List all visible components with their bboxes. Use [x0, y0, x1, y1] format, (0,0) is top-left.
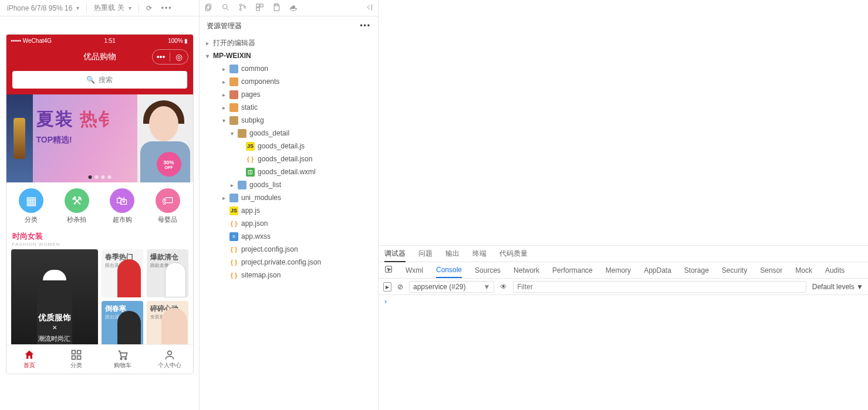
svg-rect-16 [275, 4, 278, 5]
grid-card[interactable]: 爆款清仓跟款走量 [147, 249, 188, 297]
bottom-tab[interactable]: 问题 [418, 249, 433, 259]
grid-icon: ▦ [19, 188, 43, 213]
play-icon[interactable]: ▸ [383, 282, 391, 292]
docker-icon[interactable] [289, 3, 298, 13]
battery-label: 100% ▮ [168, 38, 188, 44]
editor-area: 调试器问题输出终端代码质量 WxmlConsoleSourcesNetworkP… [379, 0, 868, 410]
devtools-tab[interactable]: Performance [552, 266, 593, 275]
tab-bar: 首页 分类 购物车 个人中心 [6, 344, 193, 374]
tree-item[interactable]: ▾subpkg [203, 114, 374, 127]
collapse-icon[interactable] [364, 3, 373, 13]
console-output[interactable]: › [379, 295, 868, 410]
editor-toolbar [200, 0, 378, 16]
tree-item[interactable]: ▸pages [203, 88, 374, 101]
extensions-icon[interactable] [255, 3, 264, 13]
phone-preview: ••••• WeChat4G 1:51 100% ▮ 优品购物 ••• ◎ 🔍 … [6, 34, 194, 374]
project-root[interactable]: ▾MP-WEIXIN [203, 49, 374, 62]
grid-card[interactable]: 春季热门搭出美时尚 [102, 249, 143, 297]
search-input[interactable]: 🔍 搜索 [12, 71, 187, 89]
context-selector[interactable]: appservice (#29)▼ [409, 281, 494, 293]
tab-category[interactable]: 分类 [53, 345, 100, 374]
banner[interactable]: 夏装 热钅 TOP精选! 30%OFF [6, 94, 193, 182]
bag-icon: 🛍 [110, 188, 134, 213]
tree-item[interactable]: ≡app.wxss [203, 230, 374, 243]
grid-card[interactable]: 碎碎心动女装新款 [147, 301, 188, 349]
devtools-tab[interactable]: Storage [684, 266, 709, 275]
clear-icon[interactable]: ⊘ [397, 283, 403, 291]
page-title: 优品购物 [83, 52, 116, 62]
bottom-tab[interactable]: 代码质量 [499, 249, 528, 259]
eye-icon[interactable]: 👁 [500, 283, 507, 291]
tree-item[interactable]: { }project.config.json [203, 243, 374, 256]
bottom-tab[interactable]: 终端 [472, 249, 487, 259]
more-icon[interactable]: ••• [159, 4, 175, 12]
devtools-tab[interactable]: Memory [606, 266, 631, 275]
tree-item[interactable]: ▸goods_list [203, 178, 374, 191]
grid-card[interactable]: 倒春寒搭出温暖 [102, 301, 143, 349]
bottom-tabs: 调试器问题输出终端代码质量 [379, 246, 868, 262]
git-icon[interactable] [238, 3, 247, 13]
search-icon[interactable] [221, 3, 230, 13]
capsule-menu-icon[interactable]: ••• [153, 52, 170, 62]
bottom-tab[interactable]: 调试器 [384, 249, 406, 262]
svg-point-10 [239, 4, 241, 6]
devtools-tabs: WxmlConsoleSourcesNetworkPerformanceMemo… [379, 262, 868, 279]
tree-item[interactable]: { }app.json [203, 217, 374, 230]
log-levels-selector[interactable]: Default levels ▼ [812, 283, 863, 291]
tree-item[interactable]: JSapp.js [203, 204, 374, 217]
tab-home[interactable]: 首页 [6, 345, 53, 374]
devtools-tab[interactable]: Network [514, 266, 539, 275]
save-icon[interactable] [272, 3, 281, 13]
tree-item[interactable]: ▸common [203, 62, 374, 75]
refresh-icon[interactable]: ⟳ [144, 4, 154, 12]
carrier-label: ••••• WeChat4G [11, 38, 52, 44]
svg-rect-15 [256, 8, 259, 11]
svg-rect-3 [77, 356, 80, 360]
tab-cart[interactable]: 购物车 [100, 345, 147, 374]
device-selector[interactable]: iPhone 6/7/8 95% 16 [5, 4, 82, 12]
tree-item[interactable]: ◫goods_detail.wxml [203, 165, 374, 178]
devtools-tab[interactable]: Audits [825, 266, 845, 275]
category-icons: ▦分类 ⚒秒杀拍 🛍超市购 🏷母婴品 [6, 182, 193, 229]
tree-item[interactable]: ▸components [203, 75, 374, 88]
devtools-panel: 调试器问题输出终端代码质量 WxmlConsoleSourcesNetworkP… [379, 246, 868, 410]
capsule[interactable]: ••• ◎ [152, 49, 188, 65]
more-icon[interactable]: ••• [360, 22, 371, 30]
tree-item[interactable]: { }project.private.config.json [203, 256, 374, 269]
open-editors-section[interactable]: ▸打开的编辑器 [203, 36, 374, 49]
tree-item[interactable]: ▸uni_modules [203, 191, 374, 204]
tree-item[interactable]: ▾goods_detail [203, 127, 374, 140]
files-icon[interactable] [204, 3, 213, 13]
cat-category[interactable]: ▦分类 [19, 188, 43, 224]
devtools-tab[interactable]: Sensor [760, 266, 782, 275]
hot-reload-toggle[interactable]: 热重载 关 [92, 3, 133, 13]
tree-item[interactable]: { }goods_detail.json [203, 153, 374, 165]
discount-badge: 30%OFF [157, 152, 181, 177]
cat-baby[interactable]: 🏷母婴品 [156, 188, 180, 224]
console-filter-input[interactable] [513, 281, 806, 293]
inspect-icon[interactable] [384, 265, 393, 275]
devtools-tab[interactable]: Security [722, 266, 747, 275]
svg-rect-8 [206, 5, 210, 11]
explorer-panel: 资源管理器 ••• ▸打开的编辑器 ▾MP-WEIXIN ▸common▸com… [200, 0, 379, 410]
svg-point-11 [239, 8, 241, 10]
devtools-tab[interactable]: Sources [475, 266, 501, 275]
devtools-tab[interactable]: Wxml [406, 266, 423, 275]
devtools-tab[interactable]: AppData [644, 266, 671, 275]
bottom-tab[interactable]: 输出 [445, 249, 460, 259]
devtools-tab[interactable]: Mock [795, 266, 812, 275]
simulator-panel: iPhone 6/7/8 95% 16 热重载 关 ⟳ ••• ••••• We… [0, 0, 200, 410]
tree-item[interactable]: { }sitemap.json [203, 269, 374, 282]
svg-point-6 [167, 351, 171, 355]
cat-flash[interactable]: ⚒秒杀拍 [65, 188, 89, 224]
search-icon: 🔍 [86, 76, 95, 84]
tab-profile[interactable]: 个人中心 [146, 345, 193, 374]
tree-item[interactable]: ▸static [203, 101, 374, 114]
svg-rect-2 [72, 356, 75, 360]
cat-market[interactable]: 🛍超市购 [110, 188, 134, 224]
svg-point-9 [223, 4, 228, 9]
feature-card[interactable]: 优质服饰✕潮流时尚汇 [11, 249, 98, 349]
devtools-tab[interactable]: Console [436, 266, 462, 278]
tree-item[interactable]: JSgoods_detail.js [203, 140, 374, 153]
capsule-close-icon[interactable]: ◎ [170, 52, 188, 62]
